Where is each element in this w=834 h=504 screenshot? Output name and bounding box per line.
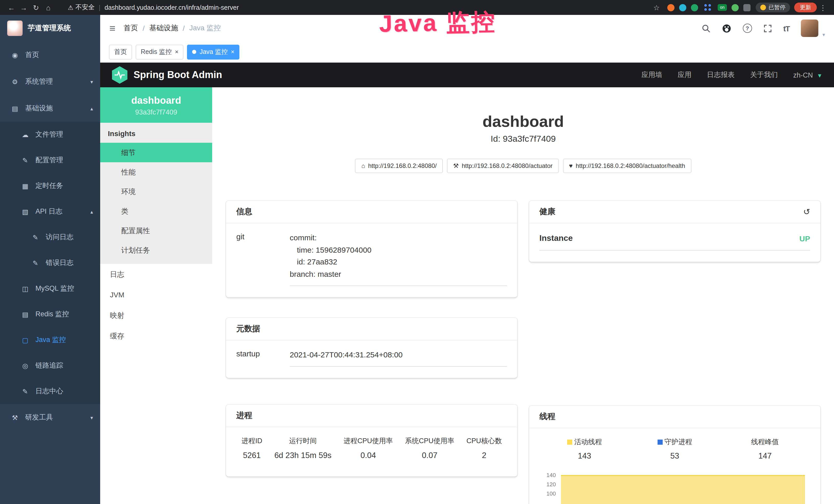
sba-nav-applications[interactable]: 应用	[678, 70, 692, 79]
breadcrumb: 首页 / 基础设施 / Java 监控	[124, 24, 221, 33]
process-stat: 运行时间 6d 23h 15m 59s	[274, 436, 331, 460]
help-icon[interactable]: ?	[743, 24, 752, 33]
health-url-button[interactable]: ♥ http://192.168.0.2:48080/actuator/heal…	[563, 159, 691, 173]
extension-on-badge[interactable]: on	[718, 4, 727, 11]
close-icon[interactable]: ×	[175, 48, 178, 55]
metadata-card-title: 元数据	[226, 318, 517, 340]
security-label[interactable]: 不安全	[75, 3, 95, 12]
doc-edit-icon: ✎	[31, 233, 40, 241]
sidebar-item-java-monitor[interactable]: ▢ Java 监控	[0, 327, 100, 353]
sba-locale-select[interactable]: zh-CN ▼	[793, 71, 822, 79]
breadcrumb-home[interactable]: 首页	[124, 24, 138, 33]
sba-nav-wallboard[interactable]: 应用墙	[641, 70, 662, 79]
gear-icon: ⚙	[11, 78, 19, 86]
sidebar-item-system[interactable]: ⚙ 系统管理 ▾	[0, 68, 100, 95]
sidebar-item-api-log[interactable]: ▧ API 日志 ▴	[0, 199, 100, 224]
sidebar-item-tracing[interactable]: ◎ 链路追踪	[0, 353, 100, 379]
chevron-up-icon: ▴	[90, 209, 93, 214]
extension-green-icon[interactable]	[691, 4, 698, 11]
sba-item-caches[interactable]: 缓存	[100, 325, 212, 346]
extension-grid-icon[interactable]	[704, 4, 707, 7]
tab-java-monitor[interactable]: Java 监控 ×	[187, 44, 240, 59]
instance-id: Id: 93a3fc7f7409	[212, 134, 834, 144]
y-axis-tick: 140	[540, 472, 556, 478]
sidebar-item-dev-tools[interactable]: ⚒ 研发工具 ▾	[0, 404, 100, 431]
sba-brand[interactable]: Spring Boot Admin	[134, 69, 222, 81]
chevron-down-icon: ▾	[90, 415, 93, 420]
process-stat: 进程ID 5261	[241, 436, 262, 460]
sidebar-item-log-center[interactable]: ✎ 日志中心	[0, 379, 100, 404]
sba-nav-about[interactable]: 关于我们	[750, 70, 778, 79]
doc-edit-icon: ✎	[21, 387, 29, 395]
fullscreen-icon[interactable]	[763, 24, 772, 32]
close-icon[interactable]: ×	[231, 48, 235, 55]
instance-links: ⌂ http://192.168.0.2:48080/ ⚒ http://192…	[212, 159, 834, 173]
annotation-java-monitor: Java 监控	[379, 6, 497, 40]
extension-sprout-icon[interactable]	[731, 4, 739, 11]
forward-icon[interactable]: →	[18, 3, 30, 12]
extension-fox-icon[interactable]	[667, 4, 675, 11]
sidebar-item-mysql[interactable]: ◫ MySQL 监控	[0, 276, 100, 301]
sidebar-item-cron[interactable]: ▦ 定时任务	[0, 173, 100, 199]
extension-pin-icon[interactable]	[743, 4, 750, 11]
user-avatar[interactable]	[801, 20, 818, 37]
insights-item-details[interactable]: 细节	[100, 143, 212, 162]
history-icon[interactable]: ↺	[803, 207, 810, 217]
home-icon[interactable]: ⌂	[42, 3, 54, 12]
font-size-icon[interactable]: tT	[784, 24, 790, 32]
threads-legend: 活动线程 143 守护进程	[540, 437, 810, 461]
git-key: git	[236, 232, 290, 286]
insights-item-scheduled-tasks[interactable]: 计划任务	[100, 240, 212, 260]
metadata-card: 元数据 startup 2021-04-27T00:44:31.254+08:0…	[226, 318, 517, 378]
back-icon[interactable]: ←	[5, 3, 18, 12]
sidebar-item-file[interactable]: ☁ 文件管理	[0, 122, 100, 147]
insights-item-environment[interactable]: 环境	[100, 182, 212, 201]
profile-paused-badge[interactable]: 已暂停	[756, 3, 790, 12]
tag-tabs: 首页 Redis 监控 × Java 监控 ×	[100, 42, 834, 63]
info-card-title: 信息	[226, 201, 517, 223]
task-icon: ▦	[21, 182, 29, 190]
sba-header: Spring Boot Admin 应用墙 应用 日志报表 关于我们 zh-CN…	[100, 63, 834, 87]
sidebar-item-home[interactable]: ◉ 首页	[0, 42, 100, 68]
chrome-update-button[interactable]: 更新	[794, 3, 817, 12]
sidebar-item-infra[interactable]: ▤ 基础设施 ▴	[0, 95, 100, 122]
sba-item-jvm[interactable]: JVM	[100, 284, 212, 305]
reload-icon[interactable]: ↻	[30, 3, 42, 12]
sidebar-fold-icon[interactable]: ≡	[109, 22, 115, 34]
heart-icon: ♥	[569, 162, 572, 169]
sba-item-logs[interactable]: 日志	[100, 264, 212, 284]
legend-peak-threads: 线程峰值 147	[720, 437, 810, 461]
smiley-icon	[760, 5, 766, 10]
app-logo	[7, 21, 23, 36]
sidebar-item-access-log[interactable]: ✎ 访问日志	[0, 224, 100, 250]
sidebar-item-config[interactable]: ✎ 配置管理	[0, 147, 100, 173]
address-bar[interactable]: dashboard.yudao.iocoder.cn/infra/admin-s…	[105, 4, 650, 11]
chrome-menu-icon[interactable]: ⋮	[817, 3, 829, 12]
sba-item-mappings[interactable]: 映射	[100, 305, 212, 325]
bookmark-star-icon[interactable]: ☆	[650, 3, 663, 12]
detail-cards: 信息 git commit: time: 1596289704000 id: 2…	[212, 201, 834, 504]
status-badge: UP	[799, 234, 810, 243]
insights-item-metrics[interactable]: 性能	[100, 162, 212, 182]
edit-icon: ✎	[21, 156, 29, 164]
github-icon[interactable]	[722, 23, 731, 33]
sidebar-item-error-log[interactable]: ✎ 错误日志	[0, 250, 100, 276]
tab-redis-monitor[interactable]: Redis 监控 ×	[136, 44, 184, 59]
cards-left-column: 信息 git commit: time: 1596289704000 id: 2…	[226, 201, 517, 504]
actuator-url-button[interactable]: ⚒ http://192.168.0.2:48080/actuator	[447, 159, 559, 173]
sba-nav: 应用墙 应用 日志报表 关于我们 zh-CN ▼	[641, 70, 822, 79]
extension-drop-icon[interactable]	[679, 4, 686, 11]
sidebar-item-redis[interactable]: ▤ Redis 监控	[0, 301, 100, 327]
instance-header[interactable]: dashboard 93a3fc7f7409	[100, 87, 212, 123]
startup-key: startup	[236, 349, 290, 366]
search-icon[interactable]	[702, 24, 710, 32]
service-url-button[interactable]: ⌂ http://192.168.0.2:48080/	[355, 159, 443, 173]
tab-home[interactable]: 首页	[109, 44, 132, 59]
insights-item-config-props[interactable]: 配置属性	[100, 221, 212, 240]
insights-item-classes[interactable]: 类	[100, 201, 212, 221]
startup-row: startup 2021-04-27T00:44:31.254+08:00	[236, 349, 507, 366]
chevron-up-icon: ▴	[90, 106, 93, 111]
sba-nav-journal[interactable]: 日志报表	[707, 70, 734, 79]
breadcrumb-infra[interactable]: 基础设施	[149, 24, 178, 33]
database-icon: ◫	[21, 285, 29, 293]
